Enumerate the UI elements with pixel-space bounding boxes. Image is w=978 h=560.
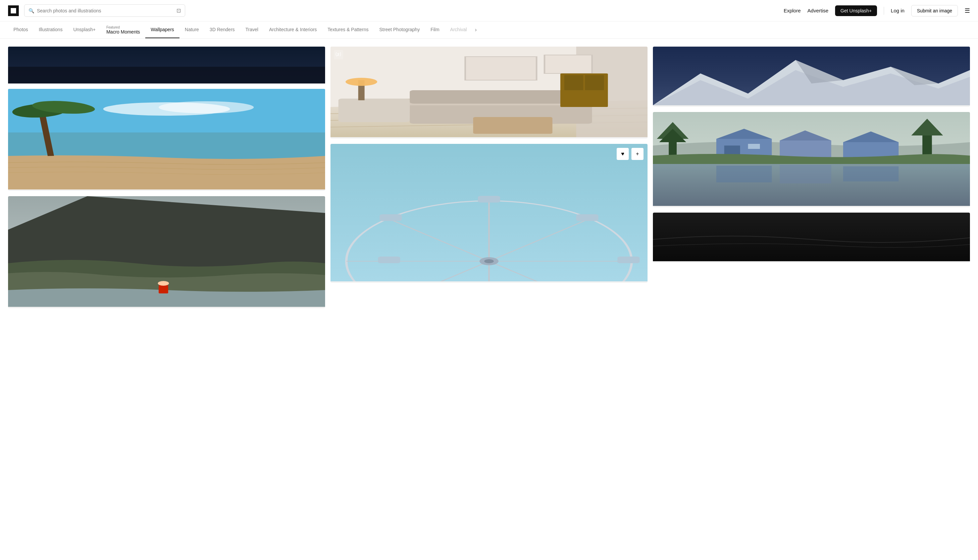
photo-card-ferris[interactable]: ♥ + [330,144,648,283]
subnav-scroll-right-button[interactable]: › [472,27,479,33]
photo-card-beach[interactable] [8,89,325,191]
header-nav: Explore Advertise Get Unsplash+ Log in S… [784,5,970,17]
logo[interactable] [8,5,19,16]
svg-rect-23 [339,98,410,122]
login-link[interactable]: Log in [891,8,905,13]
explore-link[interactable]: Explore [784,8,801,13]
get-unsplash-button[interactable]: Get Unsplash+ [835,5,877,16]
svg-rect-22 [473,117,552,134]
photo-card-snow-mountain[interactable] [653,47,970,107]
svg-rect-69 [843,166,898,182]
main-content: ⟨±⟩ ⟋ [0,38,978,316]
svg-rect-1 [8,67,325,83]
subnav-item-archival[interactable]: Archival [445,22,472,38]
photo-ferris-svg [330,144,648,281]
subnav-item-textures[interactable]: Textures & Patterns [322,22,374,38]
search-icon: 🔍 [28,8,34,13]
photo-dark-svg [653,213,970,261]
photo-houses-svg [653,112,970,206]
svg-rect-27 [564,75,583,90]
subnav-featured-group: Featured Macro Moments [101,22,145,38]
photo-actions: ♥ + [617,148,644,160]
photo-col-2: ⟨±⟩ ⟋ [330,47,648,283]
photo-badge-icon: ⟋ [334,50,343,61]
subnav-item-unsplash-plus[interactable]: Unsplash+ [68,22,101,38]
subnav-item-3d-renders[interactable]: 3D Renders [204,22,240,38]
hamburger-menu-button[interactable]: ☰ [965,7,970,14]
svg-rect-61 [748,144,760,149]
photo-card-dark-bottom[interactable] [653,213,970,263]
header: 🔍 ⊡ Explore Advertise Get Unsplash+ Log … [0,0,978,22]
divider [884,7,884,15]
photo-room-svg [330,47,648,137]
svg-rect-46 [379,214,402,221]
svg-rect-6 [8,132,325,159]
search-bar: 🔍 ⊡ [24,4,185,17]
photo-card-houses-lake[interactable] [653,112,970,207]
svg-rect-28 [585,75,604,90]
photo-top-svg [8,47,325,83]
svg-rect-25 [544,55,592,73]
photo-card-mountain[interactable] [8,196,325,308]
photo-grid: ⟨±⟩ ⟋ [8,47,970,308]
subnav-item-travel[interactable]: Travel [240,22,264,38]
tilt-badge-svg: ⟋ [334,50,343,59]
submit-image-button[interactable]: Submit an image [911,5,958,17]
svg-rect-45 [576,214,598,221]
photo-beach-svg [8,89,325,190]
visual-search-button[interactable]: ⊡ [177,7,181,14]
add-to-collection-button[interactable]: + [631,148,644,160]
subnav-item-street[interactable]: Street Photography [374,22,426,38]
subnav-item-wallpapers[interactable]: Wallpapers [145,22,180,38]
svg-point-31 [345,78,377,86]
svg-rect-42 [618,257,639,263]
svg-rect-24 [466,57,537,80]
photo-card-room[interactable]: ⟨±⟩ ⟋ [330,47,648,138]
subnav-item-architecture[interactable]: Architecture & Interiors [264,22,322,38]
search-input[interactable] [37,8,174,13]
subnav-item-photos[interactable]: Photos [8,22,33,38]
subnav-item-illustrations[interactable]: Illustrations [33,22,68,38]
svg-text:⟋: ⟋ [335,52,341,58]
photo-col-1 [8,47,325,308]
photo-col-3 [653,47,970,263]
svg-point-48 [484,259,494,263]
like-button[interactable]: ♥ [617,148,629,160]
subnav-item-nature[interactable]: Nature [180,22,204,38]
photo-card-top-partial[interactable] [8,47,325,83]
subnav-item-film[interactable]: Film [425,22,444,38]
photo-snow-svg [653,47,970,105]
photo-mountain-svg [8,196,325,307]
svg-rect-41 [478,196,500,203]
svg-rect-43 [378,257,400,263]
advertise-link[interactable]: Advertise [808,8,829,13]
unsplash-logo-icon [11,8,16,13]
svg-rect-12 [159,285,168,293]
subnav-featured-tag: Featured [106,25,140,29]
subnav: Photos Illustrations Unsplash+ Featured … [0,22,978,38]
svg-point-5 [159,101,254,113]
svg-rect-67 [716,166,772,182]
svg-point-13 [158,281,169,286]
subnav-item-macro-moments[interactable]: Macro Moments [106,29,140,35]
